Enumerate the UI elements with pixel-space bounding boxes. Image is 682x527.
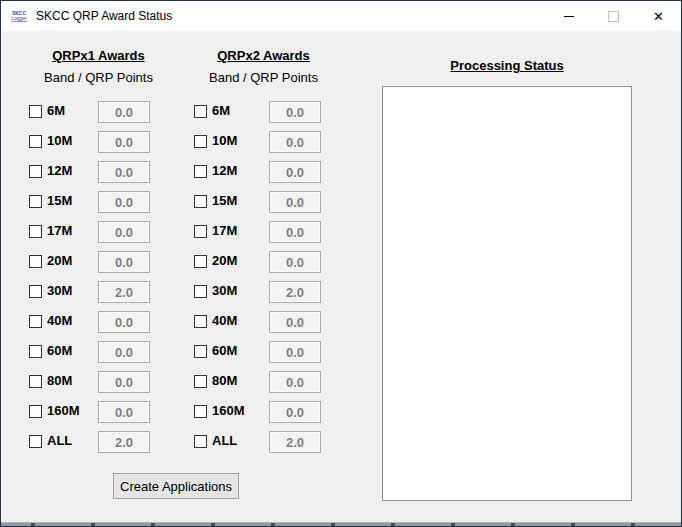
- band-checkbox[interactable]: [29, 105, 42, 118]
- band-checkbox[interactable]: [194, 375, 207, 388]
- band-row: 17M: [194, 221, 324, 251]
- band-row: 80M: [29, 371, 159, 401]
- band-label: 17M: [47, 223, 72, 238]
- band-checkbox[interactable]: [194, 285, 207, 298]
- band-label: 15M: [47, 193, 72, 208]
- bottom-edge-artifact: [1, 522, 681, 526]
- band-checkbox[interactable]: [29, 195, 42, 208]
- qrp-points-field[interactable]: [98, 311, 150, 333]
- band-checkbox[interactable]: [29, 345, 42, 358]
- qrp-points-field[interactable]: [98, 251, 150, 273]
- qrp-points-field[interactable]: [269, 101, 321, 123]
- qrp-points-field[interactable]: [269, 311, 321, 333]
- band-checkbox[interactable]: [194, 105, 207, 118]
- band-row: 6M: [194, 101, 324, 131]
- close-icon: ✕: [653, 10, 664, 23]
- band-label: 17M: [212, 223, 237, 238]
- band-checkbox[interactable]: [194, 405, 207, 418]
- band-row: 80M: [194, 371, 324, 401]
- band-row: ALL: [194, 431, 324, 461]
- qrp-points-field[interactable]: [269, 281, 321, 303]
- qrp-points-field[interactable]: [98, 221, 150, 243]
- band-label: 6M: [212, 103, 230, 118]
- band-checkbox[interactable]: [29, 375, 42, 388]
- qrp-points-field[interactable]: [98, 191, 150, 213]
- create-applications-button[interactable]: Create Applications: [113, 473, 239, 499]
- band-checkbox[interactable]: [194, 345, 207, 358]
- qrp-points-field[interactable]: [269, 371, 321, 393]
- band-row: 20M: [194, 251, 324, 281]
- band-row: 30M: [29, 281, 159, 311]
- minimize-button[interactable]: [546, 1, 591, 31]
- processing-status-header: Processing Status: [382, 58, 632, 73]
- band-checkbox[interactable]: [29, 255, 42, 268]
- band-checkbox[interactable]: [194, 165, 207, 178]
- band-row: 15M: [194, 191, 324, 221]
- band-label: 12M: [212, 163, 237, 178]
- band-label: 10M: [212, 133, 237, 148]
- band-label: 20M: [212, 253, 237, 268]
- processing-status-box[interactable]: [382, 86, 632, 501]
- app-icon-text-bottom: Logger: [11, 16, 27, 22]
- qrp-points-field[interactable]: [98, 401, 150, 423]
- qrp-points-field[interactable]: [98, 131, 150, 153]
- band-label: 20M: [47, 253, 72, 268]
- qrp-points-field[interactable]: [269, 221, 321, 243]
- band-label: 40M: [212, 313, 237, 328]
- qrpx2-subheader: Band / QRP Points: [191, 70, 336, 85]
- band-checkbox[interactable]: [29, 435, 42, 448]
- qrp-points-field[interactable]: [269, 431, 321, 453]
- qrp-points-field[interactable]: [98, 431, 150, 453]
- band-label: 40M: [47, 313, 72, 328]
- band-row: 60M: [194, 341, 324, 371]
- qrp-points-field[interactable]: [269, 191, 321, 213]
- band-label: ALL: [212, 433, 237, 448]
- band-label: 30M: [212, 283, 237, 298]
- band-checkbox[interactable]: [29, 285, 42, 298]
- qrp-points-field[interactable]: [98, 101, 150, 123]
- band-checkbox[interactable]: [194, 315, 207, 328]
- band-checkbox[interactable]: [29, 225, 42, 238]
- qrp-points-field[interactable]: [269, 131, 321, 153]
- band-row: 40M: [29, 311, 159, 341]
- qrp-points-field[interactable]: [269, 401, 321, 423]
- band-checkbox[interactable]: [194, 195, 207, 208]
- band-row: 40M: [194, 311, 324, 341]
- qrp-points-field[interactable]: [269, 161, 321, 183]
- band-row: 160M: [29, 401, 159, 431]
- close-button[interactable]: ✕: [636, 1, 681, 31]
- band-label: 160M: [47, 403, 80, 418]
- qrpx2-band-list: 6M 10M 12M 15M 17M 20M 30M 40M 6: [194, 101, 324, 461]
- band-label: 6M: [47, 103, 65, 118]
- qrpx1-subheader: Band / QRP Points: [26, 70, 171, 85]
- band-label: 60M: [212, 343, 237, 358]
- band-checkbox[interactable]: [194, 255, 207, 268]
- band-row: 6M: [29, 101, 159, 131]
- title-bar: SKCC Logger SKCC QRP Award Status ✕: [1, 1, 681, 31]
- band-row: 10M: [29, 131, 159, 161]
- band-checkbox[interactable]: [29, 405, 42, 418]
- band-label: 80M: [47, 373, 72, 388]
- band-checkbox[interactable]: [29, 165, 42, 178]
- band-checkbox[interactable]: [29, 315, 42, 328]
- band-row: 160M: [194, 401, 324, 431]
- maximize-button: [591, 1, 636, 31]
- qrp-points-field[interactable]: [98, 341, 150, 363]
- band-label: 160M: [212, 403, 245, 418]
- band-checkbox[interactable]: [194, 225, 207, 238]
- band-row: 12M: [194, 161, 324, 191]
- band-label: 15M: [212, 193, 237, 208]
- band-checkbox[interactable]: [194, 135, 207, 148]
- qrp-points-field[interactable]: [98, 161, 150, 183]
- qrpx1-header: QRPx1 Awards: [26, 48, 171, 63]
- qrp-points-field[interactable]: [98, 371, 150, 393]
- qrp-points-field[interactable]: [269, 341, 321, 363]
- band-row: 20M: [29, 251, 159, 281]
- band-checkbox[interactable]: [29, 135, 42, 148]
- qrp-points-field[interactable]: [98, 281, 150, 303]
- band-row: 10M: [194, 131, 324, 161]
- qrpx1-band-list: 6M 10M 12M 15M 17M 20M 30M 40M 6: [29, 101, 159, 461]
- band-row: ALL: [29, 431, 159, 461]
- band-checkbox[interactable]: [194, 435, 207, 448]
- qrp-points-field[interactable]: [269, 251, 321, 273]
